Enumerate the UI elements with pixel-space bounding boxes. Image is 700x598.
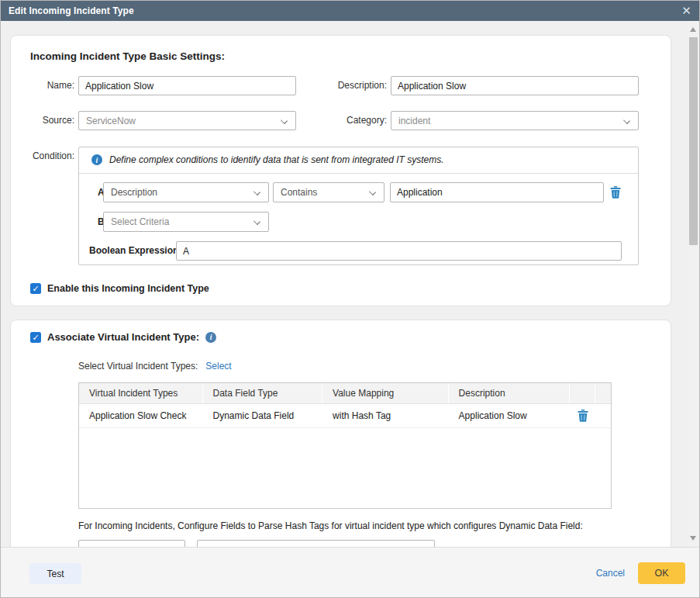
table-row[interactable]: Application Slow Check Dynamic Data Fiel… xyxy=(79,404,611,428)
hash-value-input-partial[interactable] xyxy=(197,540,435,547)
associate-checkbox[interactable]: ✓ xyxy=(30,332,41,343)
boolean-expression-input[interactable] xyxy=(176,241,622,261)
condition-a-value-input[interactable] xyxy=(390,182,604,202)
ok-button[interactable]: OK xyxy=(638,562,685,584)
scroll-up-icon[interactable] xyxy=(690,27,696,32)
test-button[interactable]: Test xyxy=(29,563,81,584)
cell-data-field-type: Dynamic Data Field xyxy=(203,410,323,421)
chevron-down-icon xyxy=(253,218,260,225)
dialog-titlebar: Edit Incoming Incident Type ✕ xyxy=(0,0,700,21)
category-select-value: incident xyxy=(398,116,430,126)
name-input[interactable] xyxy=(78,76,296,95)
col-virtual-incident-types: Virtual Incident Types xyxy=(79,383,203,403)
condition-a-field-select[interactable]: Description xyxy=(103,182,269,202)
associate-virtual-card: ✓ Associate Virtual Incident Type: i Sel… xyxy=(10,320,671,547)
select-virtual-types-label: Select Virtual Incident Types: xyxy=(78,361,198,372)
divider xyxy=(79,173,638,174)
col-spacer xyxy=(595,383,611,403)
associate-heading-row: ✓ Associate Virtual Incident Type: i xyxy=(30,331,216,343)
condition-hint: i Define complex conditions to identify … xyxy=(91,154,444,165)
category-label: Category: xyxy=(313,111,387,130)
enable-incident-type-row: ✓ Enable this Incoming Incident Type xyxy=(30,283,209,294)
enable-checkbox-label: Enable this Incoming Incident Type xyxy=(47,283,209,294)
select-virtual-types-link[interactable]: Select xyxy=(205,361,231,372)
chevron-down-icon xyxy=(369,188,376,195)
category-select[interactable]: incident xyxy=(391,111,639,130)
delete-condition-icon[interactable] xyxy=(610,186,621,199)
associate-heading: Associate Virtual Incident Type: xyxy=(47,331,199,343)
condition-builder: i Define complex conditions to identify … xyxy=(78,147,639,265)
condition-hint-text: Define complex conditions to identify da… xyxy=(109,154,444,165)
hash-tags-note: For Incoming Incidents, Configure Fields… xyxy=(78,520,621,531)
footer-actions: Cancel OK xyxy=(596,562,685,584)
chevron-down-icon xyxy=(253,188,260,195)
boolean-expression-label: Boolean Expression: xyxy=(89,241,181,261)
condition-a-field-value: Description xyxy=(111,187,157,198)
hash-field-select-partial[interactable] xyxy=(78,540,185,547)
condition-a-operator-value: Contains xyxy=(281,187,317,198)
description-label: Description: xyxy=(313,76,387,95)
delete-row-icon[interactable] xyxy=(578,410,588,422)
cell-value-mapping: with Hash Tag xyxy=(322,410,449,421)
scroll-down-icon[interactable] xyxy=(690,536,696,541)
col-actions xyxy=(570,383,595,403)
col-data-field-type: Data Field Type xyxy=(203,383,323,403)
info-icon[interactable]: i xyxy=(205,332,216,343)
source-select[interactable]: ServiceNow xyxy=(78,111,296,130)
vertical-scrollbar[interactable] xyxy=(687,21,700,547)
cell-virtual-incident-type: Application Slow Check xyxy=(79,410,203,421)
condition-label: Condition: xyxy=(11,147,74,166)
col-value-mapping: Value Mapping xyxy=(322,383,449,403)
chevron-down-icon xyxy=(281,117,288,124)
dialog-footer: Test Cancel OK xyxy=(0,547,700,598)
cell-actions xyxy=(570,410,595,422)
condition-a-operator-select[interactable]: Contains xyxy=(273,182,384,202)
close-icon[interactable]: ✕ xyxy=(681,5,691,16)
virtual-types-table: Virtual Incident Types Data Field Type V… xyxy=(78,382,612,509)
cell-description: Application Slow xyxy=(449,410,571,421)
cancel-link[interactable]: Cancel xyxy=(596,568,625,579)
basic-settings-heading: Incoming Incident Type Basic Settings: xyxy=(30,50,225,62)
select-virtual-types-row: Select Virtual Incident Types: Select xyxy=(78,361,232,372)
name-label: Name: xyxy=(11,76,74,95)
table-header-row: Virtual Incident Types Data Field Type V… xyxy=(79,383,611,404)
basic-settings-card: Incoming Incident Type Basic Settings: N… xyxy=(10,35,671,306)
enable-checkbox[interactable]: ✓ xyxy=(30,283,41,294)
source-label: Source: xyxy=(11,111,74,130)
scrollbar-thumb[interactable] xyxy=(689,37,698,245)
condition-b-field-select[interactable]: Select Criteria xyxy=(103,212,269,232)
info-icon: i xyxy=(91,154,102,165)
dialog-title: Edit Incoming Incident Type xyxy=(9,5,134,16)
condition-b-field-value: Select Criteria xyxy=(111,216,169,227)
col-description: Description xyxy=(449,383,571,403)
chevron-down-icon xyxy=(623,117,630,124)
source-select-value: ServiceNow xyxy=(86,116,136,126)
dialog-body: Incoming Incident Type Basic Settings: N… xyxy=(0,21,700,547)
description-input[interactable] xyxy=(391,76,639,95)
